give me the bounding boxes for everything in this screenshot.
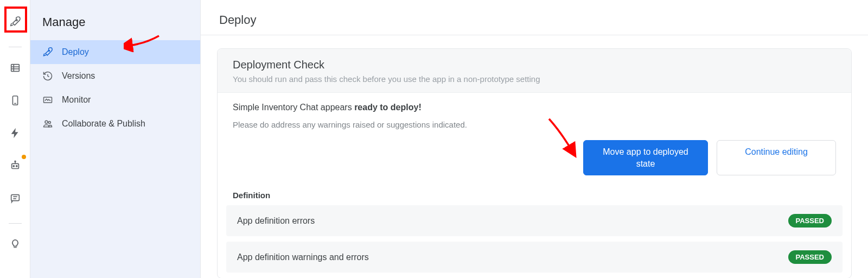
sidebar: Manage Deploy Versions Monitor Collabora… [30, 0, 201, 278]
check-row-label: App definition warnings and errors [237, 252, 369, 262]
svg-point-18 [48, 122, 50, 124]
panel-subheading: You should run and pass this check befor… [233, 74, 836, 84]
rail-data[interactable] [4, 57, 26, 79]
rail-bulb[interactable] [4, 233, 26, 255]
rail-rocket[interactable] [4, 11, 26, 33]
lightning-icon [9, 127, 21, 139]
svg-point-9 [16, 166, 17, 167]
main-body: Deployment Check You should run and pass… [201, 35, 868, 278]
rocket-icon [9, 16, 21, 28]
rail-phone[interactable] [4, 90, 26, 111]
status-line: Simple Inventory Chat appears ready to d… [233, 103, 836, 112]
main: Deploy Deployment Check You should run a… [201, 0, 868, 278]
button-row: Move app to deployed state Continue edit… [218, 135, 851, 175]
panel-header: Deployment Check You should run and pass… [218, 49, 851, 93]
panel-heading: Deployment Check [233, 59, 836, 71]
history-icon [42, 71, 53, 81]
svg-rect-1 [11, 65, 19, 72]
svg-point-11 [15, 161, 16, 162]
status-bold: ready to deploy! [354, 103, 422, 112]
deployment-panel: Deployment Check You should run and pass… [217, 48, 852, 278]
status-sub: Please do address any warnings raised or… [233, 120, 836, 129]
users-icon [42, 118, 53, 129]
rail-automation[interactable] [4, 122, 26, 144]
sidebar-item-label: Deploy [62, 47, 89, 57]
check-row[interactable]: App definition errors PASSED [226, 205, 843, 236]
status-badge-passed: PASSED [788, 250, 832, 264]
rail-robot[interactable] [4, 155, 26, 176]
move-to-deployed-button[interactable]: Move app to deployed state [583, 140, 708, 175]
sidebar-item-monitor[interactable]: Monitor [30, 88, 200, 112]
sidebar-item-label: Versions [62, 71, 95, 81]
check-row[interactable]: App definition warnings and errors PASSE… [226, 242, 843, 273]
rocket-icon [42, 47, 53, 58]
svg-point-8 [13, 166, 14, 167]
sidebar-item-versions[interactable]: Versions [30, 64, 200, 88]
sidebar-item-label: Monitor [62, 95, 91, 105]
section-label-definition: Definition [218, 175, 851, 205]
status-prefix: Simple Inventory Chat appears [233, 103, 354, 112]
panel-status: Simple Inventory Chat appears ready to d… [218, 93, 851, 129]
page-title: Deploy [201, 0, 868, 35]
svg-point-0 [16, 20, 17, 21]
continue-editing-button[interactable]: Continue editing [717, 140, 836, 175]
sidebar-title: Manage [30, 15, 200, 40]
sidebar-item-collaborate[interactable]: Collaborate & Publish [30, 112, 200, 136]
rail-chat[interactable] [4, 187, 26, 209]
sidebar-item-deploy[interactable]: Deploy [30, 40, 200, 64]
robot-icon [9, 160, 21, 172]
status-badge-passed: PASSED [788, 214, 832, 228]
bulb-icon [9, 238, 21, 250]
phone-icon [9, 94, 21, 106]
notification-dot [22, 155, 26, 159]
svg-point-15 [49, 50, 50, 52]
rail-separator [9, 47, 22, 47]
svg-point-17 [45, 121, 48, 123]
monitor-icon [42, 94, 53, 105]
data-icon [9, 62, 21, 74]
check-row-label: App definition errors [237, 216, 315, 226]
sidebar-item-label: Collaborate & Publish [62, 119, 145, 129]
svg-rect-12 [11, 195, 19, 201]
chat-icon [9, 192, 21, 204]
rail-separator-2 [9, 223, 22, 224]
icon-rail [0, 0, 30, 278]
